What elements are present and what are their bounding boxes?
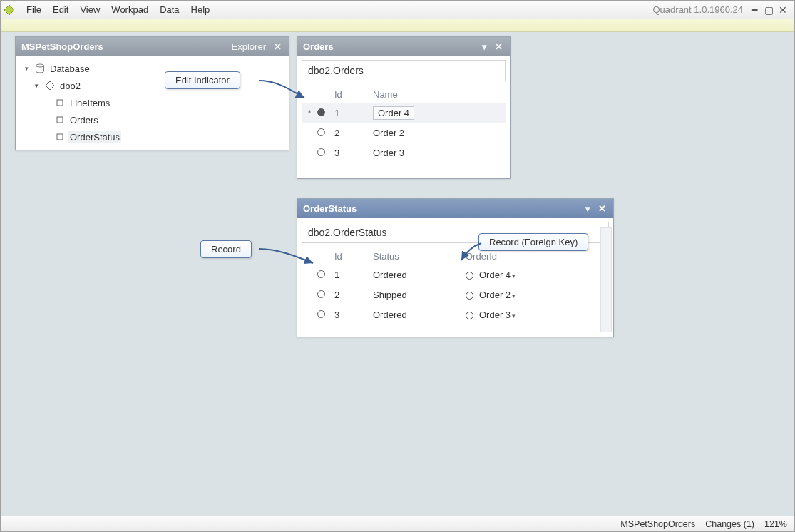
orderstatus-panel: OrderStatus ▾ ✕ dbo2.OrderStatus Id Stat… [297,198,614,337]
table-row[interactable]: 3 Order 3 [302,143,506,163]
cell-id[interactable]: 3 [334,310,373,320]
cell-id[interactable]: 1 [334,108,373,118]
table-row[interactable]: 2 Order 2 [302,123,506,143]
tree-label: OrderStatus [68,131,121,143]
record-icon [317,290,334,300]
cell-status[interactable]: Ordered [373,310,466,320]
foreign-key-icon [466,292,473,300]
column-header-order[interactable]: OrderId [466,251,597,262]
table-icon [54,114,66,126]
cell-id[interactable]: 2 [334,128,373,138]
orders-panel: Orders ▾ ✕ dbo2.Orders Id Name * 1 Order… [297,36,511,179]
table-row[interactable]: 1 Ordered Order 4▾ [302,265,597,285]
table-row[interactable]: 3 Ordered Order 3▾ [302,305,597,324]
maximize-button[interactable]: ▢ [763,4,774,16]
menu-bar: File Edit View Workpad Data Help Quadran… [1,1,794,19]
database-icon [34,63,46,74]
foreign-key-icon [466,312,473,319]
menu-file[interactable]: File [21,3,47,16]
tree-label: Orders [68,114,100,126]
explorer-close-icon[interactable]: ✕ [272,41,283,52]
svg-marker-0 [4,5,14,15]
close-button[interactable]: ✕ [777,4,789,16]
cell-order-fk[interactable]: Order 2▾ [466,290,597,300]
record-icon [317,128,334,138]
chevron-down-icon[interactable]: ▾ [512,272,516,280]
record-icon [317,310,334,320]
status-zoom[interactable]: 121% [764,519,787,529]
chevron-down-icon[interactable]: ▾ [512,312,516,319]
cell-id[interactable]: 2 [334,290,373,300]
column-header-status[interactable]: Status [373,251,466,262]
svg-marker-2 [46,81,54,90]
cell-name[interactable]: Order 2 [373,128,506,138]
cell-order-fk[interactable]: Order 3▾ [466,310,597,320]
ribbon-strip [1,19,794,32]
cell-id[interactable]: 1 [334,270,373,280]
app-title: Quadrant 1.0.1960.24 [653,4,749,15]
svg-point-1 [36,64,44,67]
status-changes[interactable]: Changes (1) [705,519,754,529]
svg-rect-3 [57,100,63,106]
tree-label: LineItems [68,97,111,109]
orderstatus-titlebar[interactable]: OrderStatus ▾ ✕ [297,199,613,218]
callout-edit-indicator: Edit Indicator [165,71,240,89]
tree-label: dbo2 [58,80,82,92]
status-bar: MSPetShopOrders Changes (1) 121% [1,516,794,531]
panel-close-icon[interactable]: ✕ [493,41,504,52]
menu-help[interactable]: Help [185,3,216,16]
schema-icon [44,80,56,91]
tree-node-database[interactable]: ▾ Database [19,60,286,77]
workspace: MSPetShopOrders Explorer ✕ ▾ Database ▾ [1,32,794,516]
svg-rect-5 [57,134,63,140]
tree-node-lineitems[interactable]: LineItems [19,94,286,111]
tree-node-schema[interactable]: ▾ dbo2 [19,77,286,94]
orders-grid: Id Name * 1 Order 4 2 Order 2 [302,86,506,163]
table-icon [54,131,66,143]
app-icon [4,4,15,16]
tree-node-orders[interactable]: Orders [19,111,286,128]
scrollbar[interactable] [600,227,612,332]
column-header-name[interactable]: Name [373,89,506,100]
chevron-down-icon[interactable]: ▾ [512,292,516,300]
tree-node-orderstatus[interactable]: OrderStatus [19,128,286,145]
explorer-subtitle: Explorer [232,41,266,52]
explorer-panel: MSPetShopOrders Explorer ✕ ▾ Database ▾ [15,36,289,150]
record-icon [317,270,334,280]
menu-view[interactable]: View [74,3,106,16]
column-header-id[interactable]: Id [334,251,373,262]
edit-indicator-icon: * [302,108,317,118]
menu-edit[interactable]: Edit [47,3,74,16]
tree-label: Database [48,63,91,75]
table-row[interactable]: 2 Shipped Order 2▾ [302,285,597,305]
status-project: MSPetShopOrders [620,519,695,529]
menu-workpad[interactable]: Workpad [106,3,154,16]
cell-name[interactable]: Order 3 [373,148,506,158]
column-header-id[interactable]: Id [334,89,373,100]
panel-close-icon[interactable]: ✕ [596,203,607,214]
orders-breadcrumb[interactable]: dbo2.Orders [302,60,506,81]
orderstatus-grid: Id Status OrderId 1 Ordered Order 4▾ 2 S… [302,247,597,324]
panel-menu-icon[interactable]: ▾ [582,203,593,214]
cell-name-editing[interactable]: Order 4 [373,106,414,120]
callout-record-fk: Record (Foreign Key) [478,233,588,251]
explorer-title: MSPetShopOrders [21,41,103,52]
minimize-button[interactable]: ━ [749,4,760,16]
explorer-titlebar[interactable]: MSPetShopOrders Explorer ✕ [16,37,289,56]
cell-order-fk[interactable]: Order 4▾ [466,270,597,280]
callout-record: Record [200,240,252,258]
cell-status[interactable]: Ordered [373,270,466,280]
panel-menu-icon[interactable]: ▾ [478,41,490,52]
orders-titlebar[interactable]: Orders ▾ ✕ [297,37,510,56]
record-icon [317,148,334,158]
table-row[interactable]: * 1 Order 4 [302,103,506,123]
cell-id[interactable]: 3 [334,148,373,158]
panel-title-text: OrderStatus [303,203,357,214]
panel-title-text: Orders [303,41,334,52]
table-icon [54,97,66,108]
cell-status[interactable]: Shipped [373,290,466,300]
tree-view: ▾ Database ▾ dbo2 LineItems [16,56,289,150]
record-icon [317,108,334,118]
foreign-key-icon [466,272,473,280]
menu-data[interactable]: Data [154,3,185,16]
